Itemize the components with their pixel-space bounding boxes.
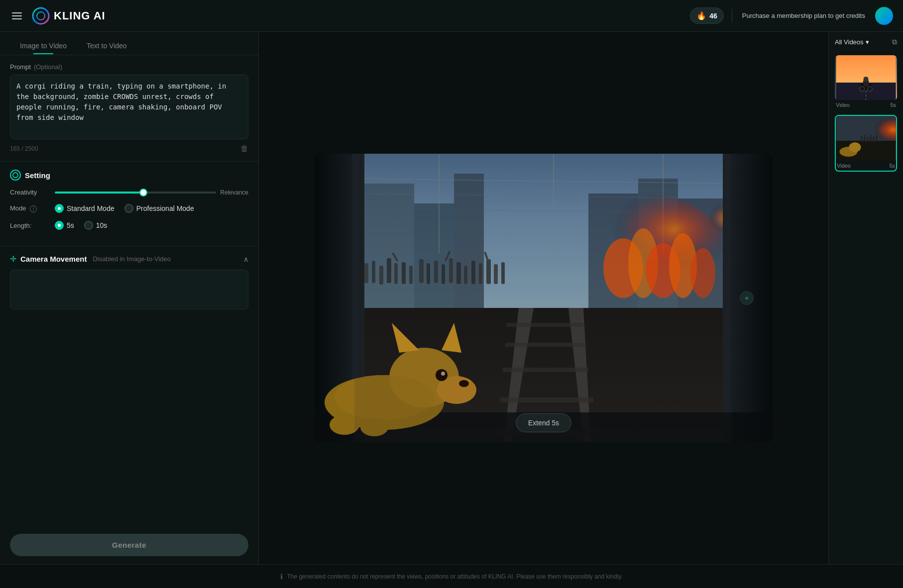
professional-mode-radio[interactable] — [124, 204, 133, 213]
clear-prompt-button[interactable]: 🗑 — [240, 144, 248, 153]
prompt-input[interactable]: A corgi riding a train, typing on a smar… — [10, 75, 248, 139]
thumb-scene-road — [835, 55, 897, 100]
mode-radio-group: Standard Mode Professional Mode — [55, 204, 194, 213]
length-5s-radio[interactable] — [55, 221, 64, 230]
credits-divider — [732, 9, 732, 23]
left-panel: Image to Video Text to Video Prompt (Opt… — [0, 32, 259, 564]
camera-title: Camera Movement — [20, 255, 87, 263]
svg-rect-90 — [870, 134, 872, 142]
footer-info-icon: ℹ — [280, 573, 283, 581]
generate-button[interactable]: Generate — [10, 534, 248, 556]
slider-thumb[interactable] — [139, 189, 147, 196]
footer: ℹ The generated contents do not represen… — [0, 564, 903, 588]
camera-disabled-text: Disabled in Image-to-Video — [93, 255, 171, 263]
svg-rect-92 — [876, 135, 878, 142]
creativity-label: Creativity — [10, 189, 55, 196]
svg-point-80 — [864, 77, 869, 82]
length-5s-option[interactable]: 5s — [55, 221, 74, 230]
all-videos-button[interactable]: All Videos ▾ — [835, 38, 869, 46]
svg-rect-89 — [867, 137, 869, 142]
video-frame — [315, 154, 773, 442]
user-avatar[interactable] — [875, 7, 893, 25]
camera-grid-preview — [10, 270, 248, 309]
logo-text: KLING AI — [54, 9, 106, 22]
prompt-label: Prompt (Optional) — [10, 63, 248, 71]
thumb-image-1 — [835, 55, 897, 100]
right-panel: All Videos ▾ ⧉ — [828, 32, 903, 564]
thumb-scene-train — [836, 116, 896, 161]
camera-header-left: ✛ Camera Movement Disabled in Image-to-V… — [10, 254, 171, 264]
tab-bar: Image to Video Text to Video — [10, 38, 248, 55]
setting-section: Setting Creativity Relevance Mode i — [0, 162, 258, 246]
logo: KLING AI — [32, 7, 106, 25]
length-10s-label: 10s — [96, 221, 108, 229]
svg-rect-87 — [861, 136, 863, 142]
mode-label: Mode i — [10, 204, 55, 212]
professional-mode-label: Professional Mode — [136, 204, 194, 212]
right-panel-header: All Videos ▾ ⧉ — [835, 38, 897, 46]
video-thumbnail-1[interactable]: Video 5s — [835, 55, 897, 110]
video-container: Extend 5s — [315, 154, 773, 442]
thumb-preview-2 — [836, 116, 896, 161]
thumb-duration-1: 5s — [890, 102, 896, 108]
length-radio-group: 5s 10s — [55, 221, 107, 230]
length-10s-radio[interactable] — [84, 221, 93, 230]
camera-section: ✛ Camera Movement Disabled in Image-to-V… — [0, 246, 258, 317]
extend-button[interactable]: Extend 5s — [516, 413, 571, 432]
length-row: Length: 5s 10s — [10, 221, 248, 230]
length-10s-option[interactable]: 10s — [84, 221, 108, 230]
standard-mode-radio[interactable] — [55, 204, 64, 213]
footer-text: The generated contents do not represent … — [287, 573, 622, 580]
char-count: 165 / 2500 — [10, 145, 38, 152]
svg-rect-88 — [864, 135, 866, 142]
length-label: Length: — [10, 222, 55, 229]
thumb-image-2 — [836, 116, 896, 161]
thumb-duration-2: 5s — [889, 163, 895, 169]
video-thumbnail-2[interactable]: Video 5s — [835, 115, 897, 172]
purchase-link[interactable]: Purchase a membership plan to get credit… — [740, 12, 867, 19]
hamburger-menu[interactable] — [10, 10, 24, 21]
prompt-footer: 165 / 2500 🗑 — [10, 144, 248, 153]
logo-icon — [32, 7, 50, 25]
camera-collapse-button[interactable]: ∧ — [243, 255, 248, 263]
standard-mode-label: Standard Mode — [67, 204, 114, 212]
professional-mode-option[interactable]: Professional Mode — [124, 204, 194, 213]
svg-rect-91 — [873, 136, 875, 142]
creativity-slider-container: Relevance — [55, 189, 248, 196]
standard-mode-option[interactable]: Standard Mode — [55, 204, 114, 213]
mode-row: Mode i Standard Mode Professional Mode — [10, 204, 248, 213]
thumb-preview-1 — [835, 55, 897, 100]
tabs-area: Image to Video Text to Video — [0, 32, 258, 55]
tab-image-to-video[interactable]: Image to Video — [10, 38, 77, 55]
setting-title: Setting — [25, 171, 50, 180]
video-area: Extend 5s « — [259, 32, 828, 564]
fire-icon: 🔥 — [696, 11, 706, 20]
all-videos-chevron: ▾ — [866, 38, 869, 46]
generate-btn-container: Generate — [0, 526, 258, 564]
svg-point-86 — [849, 142, 861, 152]
collapse-panel-button[interactable]: « — [740, 291, 754, 305]
svg-rect-72 — [354, 154, 733, 442]
thumb-label-1: Video 5s — [835, 100, 897, 110]
tab-text-to-video[interactable]: Text to Video — [77, 38, 137, 55]
credits-count: 46 — [709, 12, 717, 20]
camera-icon: ✛ — [10, 254, 16, 264]
thumb-video-label-2: Video — [837, 163, 851, 169]
thumb-video-label-1: Video — [836, 102, 850, 108]
creativity-row: Creativity Relevance — [10, 189, 248, 196]
header-left: KLING AI — [10, 7, 106, 25]
header-right: 🔥 46 Purchase a membership plan to get c… — [690, 7, 893, 25]
camera-header: ✛ Camera Movement Disabled in Image-to-V… — [10, 254, 248, 264]
creativity-slider[interactable] — [55, 192, 216, 194]
video-scene — [315, 154, 773, 442]
header: KLING AI 🔥 46 Purchase a membership plan… — [0, 0, 903, 32]
copy-icon[interactable]: ⧉ — [892, 38, 897, 46]
length-5s-label: 5s — [67, 221, 74, 229]
setting-icon — [10, 170, 21, 181]
credits-badge[interactable]: 🔥 46 — [690, 7, 724, 24]
setting-header: Setting — [10, 170, 248, 181]
main-layout: Image to Video Text to Video Prompt (Opt… — [0, 32, 903, 564]
all-videos-label: All Videos — [835, 38, 864, 46]
thumb-label-2: Video 5s — [836, 161, 896, 171]
mode-info-icon[interactable]: i — [30, 205, 37, 212]
